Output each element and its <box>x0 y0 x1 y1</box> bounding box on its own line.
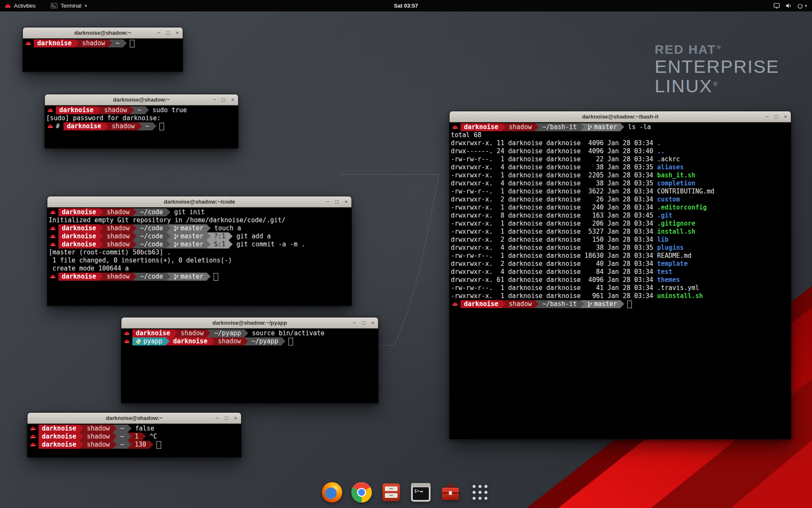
prompt-segment-host: shadow <box>103 208 133 216</box>
prompt-segment-user: darknoise <box>58 208 99 216</box>
close-button[interactable]: × <box>784 111 787 122</box>
volume-icon[interactable] <box>785 3 792 8</box>
terminal-content[interactable]: darknoiseshadow~ sudo true[sudo] passwor… <box>45 105 238 148</box>
powerline-separator <box>207 232 211 240</box>
terminal-line: darknoiseshadow~130 <box>29 441 241 449</box>
maximize-button[interactable]: □ <box>222 94 225 105</box>
close-button[interactable]: × <box>371 318 374 328</box>
close-button[interactable]: × <box>234 413 237 423</box>
terminal-line: drwxrwxr-x. 2 darknoise darknoise 150 Ja… <box>451 236 790 244</box>
dock-app-grid[interactable] <box>469 481 491 504</box>
terminal-text: drwxrwxr-x. 2 darknoise darknoise 40 Jan… <box>451 260 657 268</box>
terminal-cursor <box>627 301 632 308</box>
firefox-icon <box>321 481 343 503</box>
directory-name: lib <box>657 236 669 244</box>
window-titlebar[interactable]: darknoise@shadow:~ − □ × <box>27 413 241 424</box>
powerline-separator <box>535 123 539 131</box>
minimize-button[interactable]: − <box>353 318 356 328</box>
window-titlebar[interactable]: darknoise@shadow:~/code − □ × <box>47 196 351 207</box>
prompt-segment-host: shadow <box>83 425 113 433</box>
registered-mark: ® <box>713 81 719 87</box>
maximize-button[interactable]: □ <box>362 318 365 328</box>
terminal-content[interactable]: darknoiseshadow~ falsedarknoiseshadow~1 … <box>28 424 241 457</box>
powerline-separator <box>113 433 117 441</box>
prompt-segment-path: ~ <box>117 425 127 433</box>
prompt-segment-user: darknoise <box>58 232 99 240</box>
directory-name: template <box>657 260 688 268</box>
close-button[interactable]: × <box>231 94 234 105</box>
prompt-segment-path: ~/pyapp <box>211 329 244 337</box>
terminal-line: darknoiseshadow~/bash-itmaster ls -la <box>451 123 790 131</box>
powerline-separator <box>133 273 137 281</box>
prompt-segment-exit: 130 <box>132 441 150 449</box>
close-button[interactable]: × <box>176 28 179 38</box>
minimize-button[interactable]: − <box>326 196 329 207</box>
prompt-segment-git: master <box>170 232 207 240</box>
hat-icon <box>50 210 56 215</box>
window-titlebar[interactable]: darknoise@shadow:~ − □ × <box>23 28 183 39</box>
display-icon[interactable] <box>774 3 780 9</box>
directory-name: themes <box>657 276 680 284</box>
prompt-segment-path: ~/pyapp <box>248 337 282 345</box>
app-menu-terminal[interactable]: Terminal ▾ <box>46 0 91 11</box>
terminal-cursor <box>214 273 218 281</box>
maximize-button[interactable]: □ <box>225 413 228 423</box>
powerline-separator <box>99 240 103 248</box>
terminal-app-icon <box>51 3 58 8</box>
window-title: darknoise@shadow:~ <box>27 413 241 423</box>
window-titlebar[interactable]: darknoise@shadow:~/bash-it − □ × <box>450 111 791 122</box>
prompt-segment-user: darknoise <box>38 425 80 433</box>
dock: $> <box>321 481 491 504</box>
python-icon <box>136 339 141 344</box>
powerline-separator <box>167 232 170 240</box>
powerline-separator <box>75 39 79 47</box>
dock-firefox[interactable] <box>321 481 343 504</box>
hat-icon <box>50 274 56 279</box>
terminal-text: drwxrwxr-x. 4 darknoise darknoise 38 Jan… <box>451 244 657 252</box>
close-button[interactable]: × <box>344 196 348 207</box>
minimize-button[interactable]: − <box>216 413 219 423</box>
power-icon[interactable]: ▾ <box>797 3 807 9</box>
terminal-line: -rw-rw-r--. 1 darknoise darknoise 3622 J… <box>451 188 790 196</box>
brand-line-enterprise: ENTERPRISE <box>655 57 779 76</box>
dock-toolbox[interactable] <box>439 481 462 504</box>
terminal-line: -rw-rw-r--. 1 darknoise darknoise 41 Jan… <box>451 284 790 292</box>
branch-icon <box>587 301 592 307</box>
minimize-button[interactable]: − <box>765 111 769 122</box>
powerline-separator <box>207 273 211 281</box>
prompt-segment-path: ~ <box>117 441 127 449</box>
prompt-segment-user: darknoise <box>38 433 80 441</box>
powerline-separator <box>113 441 117 449</box>
terminal-content[interactable]: darknoiseshadow~/pyapp source bin/activa… <box>122 329 378 403</box>
powerline-separator <box>104 122 108 130</box>
minimize-button[interactable]: − <box>213 94 216 105</box>
powerline-separator <box>502 300 505 308</box>
minimize-button[interactable]: − <box>157 28 161 38</box>
powerline-separator <box>580 300 584 308</box>
powerline-separator <box>502 123 505 131</box>
terminal-content[interactable]: darknoiseshadow~ <box>23 39 182 71</box>
terminal-content[interactable]: darknoiseshadow~/code git initInitialize… <box>48 207 351 305</box>
prompt-segment-host: shadow <box>101 106 130 114</box>
terminal-line: drwxrwxr-x. 4 darknoise darknoise 38 Jan… <box>451 163 790 171</box>
maximize-button[interactable]: □ <box>775 111 778 122</box>
hat-icon <box>50 242 56 247</box>
window-titlebar[interactable]: darknoise@shadow:~ − □ × <box>45 94 238 105</box>
dock-chrome[interactable] <box>350 481 373 504</box>
terminal-text: ls -la <box>624 123 651 131</box>
dock-file-manager[interactable] <box>380 481 403 504</box>
terminal-content[interactable]: darknoiseshadow~/bash-itmaster ls -latot… <box>450 122 790 439</box>
maximize-button[interactable]: □ <box>335 196 339 207</box>
prompt-segment-user: darknoise <box>170 337 211 345</box>
clock[interactable]: Sat 03:57 <box>394 3 418 9</box>
window-titlebar[interactable]: darknoise@shadow:~/pyapp − □ × <box>121 318 378 329</box>
activities-button[interactable]: Activities <box>0 0 40 11</box>
prompt-segment-host: shadow <box>103 232 133 240</box>
hat-icon <box>30 434 36 439</box>
maximize-button[interactable]: □ <box>167 28 170 38</box>
terminal-line: -rwxrwxr-x. 1 darknoise darknoise 961 Ja… <box>451 292 790 300</box>
powerline-separator <box>99 224 103 232</box>
dock-terminal[interactable]: $> <box>409 481 432 504</box>
terminal-text: Initialized empty Git repository in /hom… <box>49 216 285 224</box>
prompt-segment-git: master <box>170 224 207 232</box>
